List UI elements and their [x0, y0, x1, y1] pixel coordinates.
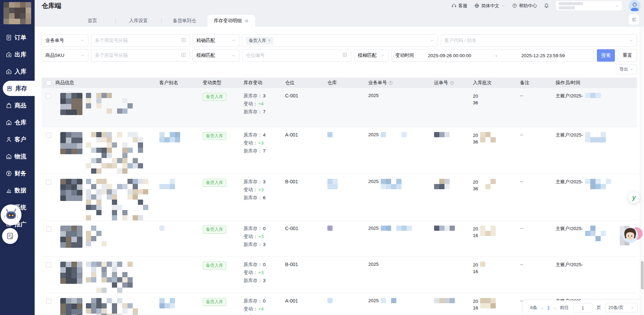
- row-checkbox[interactable]: [46, 133, 51, 138]
- match-mode-select-fuzzy[interactable]: 模糊匹配: [193, 49, 239, 62]
- redacted-mosaic: [327, 179, 338, 189]
- next-page-button[interactable]: ›: [554, 305, 556, 311]
- product-info-cell: [55, 88, 159, 127]
- content-panel: 业务单号 多个用逗号分隔 精确匹配 备货入库 ×: [35, 27, 644, 315]
- tab-stocking-arrival[interactable]: 备货单到仓: [161, 15, 208, 27]
- search-button[interactable]: 搜索: [597, 49, 615, 62]
- stock-line: 变动：+3: [244, 187, 285, 193]
- field-select-business-no[interactable]: 业务单号: [42, 34, 88, 47]
- assistant-robot-button[interactable]: [1, 204, 21, 225]
- select-all-checkbox[interactable]: [46, 80, 51, 86]
- sidebar-item-outbound[interactable]: 出库: [0, 46, 35, 63]
- sidebar-item-inbound[interactable]: 入库: [0, 63, 35, 80]
- sidebar-item-finance[interactable]: 财务: [0, 165, 35, 182]
- slot-cell: A-001: [285, 293, 327, 315]
- stock-line: 原库存：3: [244, 179, 285, 185]
- customer-alias-cell: [159, 257, 203, 293]
- change-time-range-picker[interactable]: 变动时间 2025-09-26 00:00:00 - 2025-12-25 23…: [391, 49, 594, 62]
- stock-label: 变动：: [244, 187, 258, 192]
- customer-service-link[interactable]: 客服: [451, 3, 467, 9]
- total-count: 8条: [530, 305, 537, 311]
- globe-icon: [474, 3, 479, 8]
- language-select[interactable]: 简体中文: [474, 3, 505, 9]
- sidebar-item-inventory[interactable]: 库存: [3, 81, 35, 96]
- current-page[interactable]: 1: [547, 305, 550, 310]
- tab-inbound-settings[interactable]: 入库设置: [115, 15, 161, 27]
- help-circle-icon[interactable]: [450, 81, 454, 85]
- plus-square-icon[interactable]: [181, 37, 186, 44]
- sidebar-item-data[interactable]: 数据: [0, 182, 35, 199]
- stock-line: 新库存：6: [244, 195, 285, 201]
- product-image-redacted: [60, 179, 82, 220]
- row-checkbox[interactable]: [46, 226, 51, 231]
- virtual-assistant-avatar[interactable]: [621, 225, 643, 245]
- input-placeholder: 多个用逗号分隔: [95, 37, 128, 44]
- row-checkbox[interactable]: [46, 94, 51, 99]
- operator-text: 主账户/2025-: [556, 226, 583, 232]
- column-header-label: 仓库: [327, 80, 337, 86]
- stock-value: 0: [263, 262, 266, 267]
- customer-code-input[interactable]: 客户代码 / 别名: [441, 34, 637, 47]
- slot-cell: C-001: [285, 221, 327, 256]
- redacted-mosaic: [434, 298, 455, 303]
- field-select-sku[interactable]: 商品SKU: [42, 49, 88, 62]
- prev-page-button[interactable]: ‹: [541, 305, 543, 311]
- change-type-multiselect[interactable]: 备货入库 ×: [242, 34, 438, 47]
- tab-stock-change-detail[interactable]: 库存变动明细⊗: [208, 15, 255, 27]
- sku-input[interactable]: 多个用逗号分隔: [91, 49, 190, 62]
- help-circle-icon[interactable]: [388, 81, 393, 85]
- plus-square-icon[interactable]: [181, 52, 186, 59]
- redacted-mosaic: [60, 132, 82, 154]
- business-no-input[interactable]: 多个用逗号分隔: [91, 34, 190, 47]
- notification-bell-button[interactable]: [544, 3, 549, 8]
- business-no-text: 2025: [368, 93, 379, 98]
- sidebar-item-logistics[interactable]: 物流: [0, 148, 35, 165]
- inventory-icon: [6, 85, 13, 92]
- note-form-icon: [6, 232, 14, 240]
- tab-home[interactable]: 首页: [69, 15, 115, 27]
- outbound-icon: [6, 51, 12, 58]
- column-header-7: 运单号: [434, 80, 473, 86]
- match-mode-select-exact[interactable]: 精确匹配: [193, 34, 239, 47]
- stock-label: 变动：: [244, 306, 258, 312]
- y-assistant-badge[interactable]: y: [628, 192, 640, 203]
- batch-text: 2016: [473, 262, 478, 293]
- account-select[interactable]: [556, 1, 622, 10]
- inbound-batch-cell: 2036: [473, 127, 520, 174]
- stock-change-table: 商品信息客户别名变动类型库存变动仓位仓库业务单号运单号入库批次备注操作员/时间 …: [42, 78, 637, 315]
- export-row: 导出: [42, 64, 637, 74]
- stock-label: 变动：: [244, 234, 258, 239]
- chevron-down-icon: [629, 38, 633, 43]
- page-size-select[interactable]: 20条/页: [605, 303, 638, 313]
- sidebar-item-goods[interactable]: 商品: [0, 97, 35, 114]
- row-checkbox[interactable]: [46, 180, 51, 185]
- tab-close-icon[interactable]: ⊗: [245, 18, 249, 23]
- goto-page-input[interactable]: 1: [573, 303, 592, 313]
- warehouse-cell: [327, 174, 368, 220]
- slot-placeholder: 仓位编号: [246, 52, 265, 59]
- help-center-link[interactable]: 帮助中心: [512, 3, 537, 9]
- inbound-batch-cell: 2016: [473, 293, 520, 315]
- sidebar-item-orders[interactable]: 订单: [0, 29, 35, 46]
- feedback-note-button[interactable]: [2, 228, 18, 244]
- user-avatar[interactable]: [629, 0, 641, 12]
- table-settings-button[interactable]: [629, 14, 639, 25]
- vertical-scrollbar: [640, 27, 644, 315]
- page-size-value: 20条/页: [608, 305, 624, 311]
- match-mode-select-fuzzy-2[interactable]: 模糊匹配: [354, 49, 389, 62]
- question-circle-icon: [512, 3, 517, 8]
- redacted-mosaic: [480, 179, 496, 220]
- row-checkbox[interactable]: [46, 262, 51, 268]
- reset-button[interactable]: 重置: [618, 49, 637, 62]
- redacted-mosaic: [585, 132, 606, 142]
- export-button[interactable]: 导出: [616, 64, 637, 74]
- row-checkbox[interactable]: [46, 299, 51, 304]
- scrollbar-thumb[interactable]: [641, 261, 644, 289]
- sidebar-item-customer[interactable]: 客户: [0, 131, 35, 148]
- tag-close-icon[interactable]: ×: [268, 38, 271, 43]
- redacted-mosaic: [159, 132, 180, 142]
- slot-no-input[interactable]: 仓位编号: [242, 49, 351, 62]
- stock-value: +3: [258, 140, 264, 146]
- plus-square-icon[interactable]: [342, 52, 347, 59]
- sidebar-item-warehouse[interactable]: 仓库: [0, 114, 35, 131]
